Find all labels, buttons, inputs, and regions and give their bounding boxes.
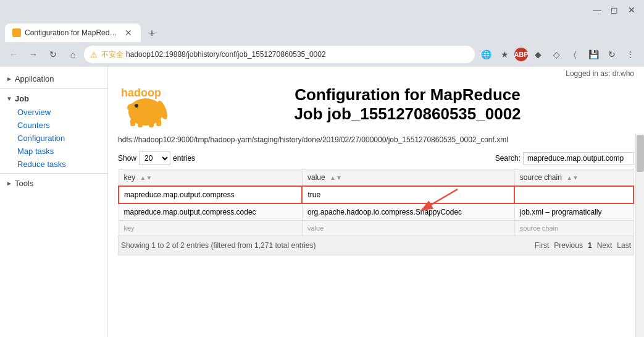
security-label: 不安全 [101, 49, 123, 60]
sidebar-item-application[interactable]: ► Application [0, 72, 107, 86]
pagination-next[interactable]: Next [597, 241, 613, 250]
application-arrow-icon: ► [6, 75, 12, 82]
translate-icon[interactable]: 🌐 [477, 46, 495, 63]
svg-point-7 [135, 104, 138, 108]
hadoop-logo: hadoop [118, 84, 174, 127]
footer-source: source chain [514, 221, 634, 236]
pagination-page[interactable]: 1 [588, 241, 592, 250]
col-header-key: key ▲▼ [119, 169, 302, 187]
table-wrapper: key ▲▼ value ▲▼ source chain ▲▼ mapreduc… [118, 169, 634, 236]
page-title: Configuration for MapReduce Job job_1551… [181, 85, 634, 124]
sort-icon-source: ▲▼ [566, 174, 579, 181]
main-content: Logged in as: dr.who hadoop [108, 67, 644, 337]
svg-text:hadoop: hadoop [121, 87, 161, 99]
logged-in-text: Logged in as: dr.who [118, 67, 634, 80]
footer-key: key [119, 221, 302, 236]
pagination-last[interactable]: Last [617, 241, 631, 250]
sidebar-item-counters[interactable]: Counters [0, 119, 107, 132]
entries-label: entries [173, 154, 195, 163]
cell-key-2: mapreduce.map.output.compress.codec [119, 203, 302, 221]
new-tab-button[interactable]: + [143, 25, 161, 42]
scrollbar[interactable] [635, 134, 644, 337]
extension1-icon[interactable]: ◆ [529, 46, 546, 63]
svg-rect-4 [149, 121, 154, 127]
maximize-button[interactable]: ◻ [607, 4, 622, 16]
job-arrow-icon: ▼ [6, 95, 12, 102]
bookmark-icon[interactable]: ★ [496, 46, 513, 63]
menu-icon[interactable]: ⋮ [622, 46, 639, 63]
cell-source-2: job.xml – programatically [514, 203, 634, 221]
close-button[interactable]: ✕ [624, 4, 639, 16]
cell-value-2: org.apache.hadoop.io.compress.SnappyCode… [302, 203, 514, 221]
tools-arrow-icon: ► [6, 180, 12, 187]
sort-icon-value: ▲▼ [330, 174, 342, 181]
cell-source-1 [514, 186, 634, 203]
sidebar-item-overview[interactable]: Overview [0, 106, 107, 119]
home-button[interactable]: ⌂ [64, 46, 82, 63]
refresh-icon[interactable]: ↻ [603, 46, 621, 63]
tab-title: Configuration for MapReduce [25, 28, 120, 37]
table-row: mapreduce.map.output.compress.codec org.… [119, 203, 634, 221]
pagination-first[interactable]: First [535, 241, 549, 250]
show-label: Show [118, 154, 136, 163]
security-warning-icon: ⚠ [90, 50, 98, 59]
sort-icon-key: ▲▼ [140, 174, 153, 181]
svg-rect-3 [138, 121, 143, 127]
forward-button[interactable]: → [25, 46, 42, 63]
pagination-previous[interactable]: Previous [554, 241, 583, 250]
extension3-icon[interactable]: 〈 [566, 46, 583, 63]
sidebar: ► Application ▼ Job Overview Counters Co… [0, 67, 108, 337]
sidebar-item-tools[interactable]: ► Tools [0, 176, 107, 190]
svg-rect-5 [156, 119, 161, 126]
search-input[interactable] [523, 152, 634, 164]
back-button[interactable]: ← [5, 46, 22, 63]
table-row: mapreduce.map.output.compress true [119, 186, 634, 203]
cell-key-1: mapreduce.map.output.compress [119, 186, 302, 203]
sidebar-item-job[interactable]: ▼ Job [0, 92, 107, 106]
col-header-source: source chain ▲▼ [514, 169, 634, 187]
hdfs-path: hdfs://hadoop102:9000/tmp/hadoop-yarn/st… [118, 135, 634, 145]
sidebar-item-reduce-tasks[interactable]: Reduce tasks [0, 158, 107, 171]
save-icon[interactable]: 💾 [585, 46, 602, 63]
search-label: Search: [495, 154, 521, 163]
pagination-info: Showing 1 to 2 of 2 entries (filtered fr… [121, 241, 316, 250]
table-footer-row: key value source chain [119, 221, 634, 236]
address-text: hadoop102:19888/jobhistory/conf/job_1551… [126, 50, 326, 59]
adblock-icon[interactable]: ABP [514, 48, 528, 61]
scrollbar-thumb[interactable] [637, 135, 644, 172]
col-header-value: value ▲▼ [302, 169, 514, 187]
pagination-bar: Showing 1 to 2 of 2 entries (filtered fr… [118, 236, 634, 255]
sidebar-item-configuration[interactable]: Configuration [0, 132, 107, 145]
extension2-icon[interactable]: ◇ [548, 46, 565, 63]
config-table: key ▲▼ value ▲▼ source chain ▲▼ mapreduc… [118, 169, 634, 236]
show-select[interactable]: 10 20 50 100 [139, 151, 170, 165]
svg-rect-2 [130, 119, 135, 126]
footer-value: value [302, 221, 514, 236]
tab-favicon [12, 28, 21, 37]
sidebar-item-map-tasks[interactable]: Map tasks [0, 145, 107, 158]
active-tab[interactable]: Configuration for MapReduce ✕ [5, 23, 141, 42]
table-controls: Show 10 20 50 100 entries Search: [118, 151, 634, 165]
reload-button[interactable]: ↻ [44, 46, 62, 63]
cell-value-1: true [302, 186, 514, 203]
tab-close-button[interactable]: ✕ [123, 28, 133, 38]
minimize-button[interactable]: — [590, 4, 604, 16]
